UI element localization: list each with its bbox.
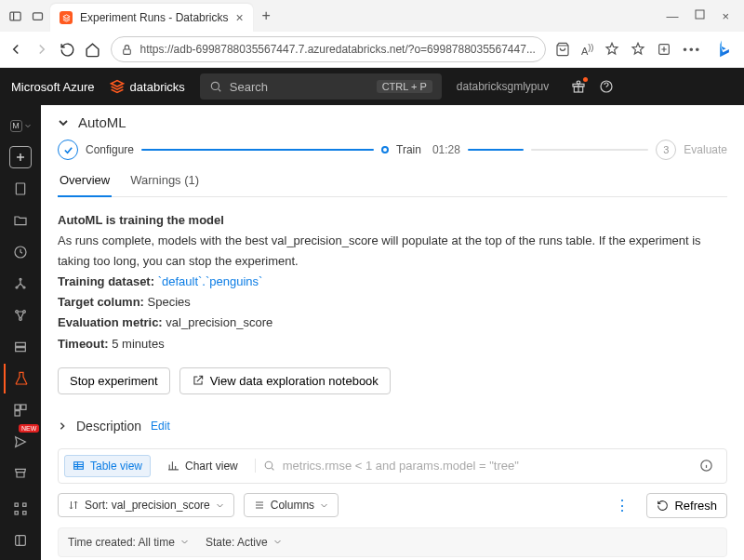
filter-time[interactable]: Time created: All time	[68, 536, 189, 549]
sidebar-m-icon[interactable]: M	[4, 111, 37, 140]
sidebar-features-icon[interactable]	[4, 395, 37, 425]
step-train-icon	[381, 146, 389, 153]
sidebar-workflows-icon[interactable]	[4, 300, 37, 330]
svg-rect-20	[21, 405, 26, 409]
copilot-icon[interactable]	[712, 37, 737, 61]
sidebar: M	[0, 105, 41, 560]
step-configure-label: Configure	[86, 143, 134, 156]
sidebar-doc-icon[interactable]	[4, 174, 37, 204]
svg-point-28	[265, 461, 272, 469]
sidebar-data-icon[interactable]	[4, 269, 37, 299]
app-header: Microsoft Azure databricks Search CTRL +…	[0, 68, 744, 105]
train-elapsed: 01:28	[432, 143, 460, 156]
info-icon[interactable]	[699, 459, 713, 473]
read-aloud-icon[interactable]: A))	[581, 43, 593, 57]
sidebar-quick-icon[interactable]	[4, 494, 37, 524]
tab-actions-icon[interactable]	[28, 7, 46, 25]
svg-rect-23	[15, 512, 18, 514]
search-icon	[263, 460, 275, 472]
kebab-menu[interactable]: ⋮	[615, 497, 630, 514]
tab-warnings[interactable]: Warnings (1)	[128, 167, 201, 196]
gift-icon[interactable]	[571, 79, 586, 94]
shopping-icon[interactable]	[555, 42, 570, 57]
view-notebook-button[interactable]: View data exploration notebook	[179, 367, 391, 394]
training-label: Training dataset:	[58, 274, 154, 288]
svg-point-11	[20, 278, 21, 280]
info-block: AutoML is training the model As runs com…	[58, 210, 727, 354]
sort-dropdown[interactable]: Sort: val_precision_score	[58, 493, 234, 517]
sort-icon	[68, 500, 79, 511]
info-sub: As runs complete, models with the best v…	[58, 231, 727, 272]
sidebar-serving-icon[interactable]	[4, 427, 37, 457]
filter-placeholder: metrics.rmse < 1 and params.model = "tre…	[283, 459, 519, 473]
sidebar-panel-icon[interactable]	[4, 526, 37, 555]
more-icon[interactable]: •••	[683, 43, 701, 57]
step-configure-icon	[58, 140, 78, 160]
svg-rect-2	[696, 10, 704, 19]
description-row[interactable]: Description Edit	[58, 411, 727, 448]
columns-dropdown[interactable]: Columns	[244, 493, 339, 517]
refresh-icon	[657, 500, 669, 512]
new-tab-button[interactable]: +	[257, 7, 276, 24]
help-icon[interactable]	[599, 79, 614, 94]
sidebar-marketplace-icon[interactable]	[4, 459, 37, 488]
minimize-icon[interactable]: —	[666, 9, 678, 23]
chevron-down-icon	[58, 117, 69, 128]
home-button[interactable]	[85, 38, 100, 60]
description-label: Description	[76, 419, 141, 433]
azure-label: Microsoft Azure	[11, 80, 95, 94]
step-evaluate-label: Evaluate	[684, 143, 727, 156]
automl-header[interactable]: AutoML	[58, 113, 727, 140]
step-train-label: Train	[396, 143, 421, 156]
filter-input[interactable]: metrics.rmse < 1 and params.model = "tre…	[255, 459, 721, 473]
sidebar-recents-icon[interactable]	[4, 237, 37, 267]
search-hotkey: CTRL + P	[377, 80, 432, 93]
maximize-icon[interactable]	[695, 9, 705, 23]
timeout-value: 5 minutes	[112, 337, 164, 351]
reload-button[interactable]	[60, 38, 75, 60]
tab-overview[interactable]: Overview	[58, 167, 112, 196]
svg-rect-27	[74, 462, 84, 470]
svg-rect-19	[15, 405, 20, 409]
tab-title: Experiment Runs - Databricks	[80, 11, 228, 24]
sidebar-folder-icon[interactable]	[4, 206, 37, 235]
close-window-icon[interactable]: ×	[722, 9, 729, 23]
svg-rect-1	[33, 12, 42, 20]
chart-view-button[interactable]: Chart view	[160, 456, 246, 476]
chevron-down-icon	[216, 501, 224, 510]
metric-value: val_precision_score	[166, 315, 272, 329]
favorites-icon[interactable]	[631, 42, 645, 57]
automl-title: AutoML	[78, 114, 126, 130]
search-icon	[209, 80, 222, 93]
filter-state[interactable]: State: Active	[206, 536, 282, 549]
sidebar-compute-icon[interactable]	[4, 332, 37, 362]
automl-tabs: Overview Warnings (1)	[58, 167, 727, 197]
svg-rect-25	[23, 512, 26, 514]
back-button[interactable]	[7, 38, 24, 60]
info-heading: AutoML is training the model	[58, 213, 224, 227]
browser-tab[interactable]: Experiment Runs - Databricks ×	[50, 4, 253, 32]
table-view-button[interactable]: Table view	[64, 455, 151, 477]
star-add-icon[interactable]	[604, 42, 619, 57]
svg-rect-18	[16, 348, 26, 352]
databricks-logo[interactable]: databricks	[110, 79, 185, 94]
refresh-button[interactable]: Refresh	[646, 493, 727, 518]
table-icon	[73, 460, 85, 472]
svg-rect-9	[16, 183, 24, 194]
stop-experiment-button[interactable]: Stop experiment	[58, 367, 170, 394]
collections-icon[interactable]	[657, 42, 671, 57]
workspace-name[interactable]: databricksgmlypuv	[457, 80, 549, 93]
training-value[interactable]: `default`.`penguins`	[158, 274, 263, 288]
address-bar[interactable]: https://adb-6998788035567447.7.azuredata…	[111, 36, 546, 62]
sidebar-experiments-icon[interactable]	[4, 364, 37, 393]
browser-chrome: Experiment Runs - Databricks × + — × htt…	[0, 0, 744, 68]
description-edit[interactable]: Edit	[151, 420, 170, 433]
sidebar-add-icon[interactable]	[9, 146, 32, 168]
sidebar-toggle-icon[interactable]	[6, 7, 24, 25]
search-input[interactable]: Search CTRL + P	[200, 73, 442, 100]
main-content: AutoML Configure Train 01:28 3 Evaluate …	[41, 105, 744, 560]
close-tab-icon[interactable]: ×	[235, 10, 243, 25]
lock-icon	[121, 44, 133, 56]
svg-rect-21	[15, 411, 20, 416]
forward-button	[33, 38, 50, 60]
